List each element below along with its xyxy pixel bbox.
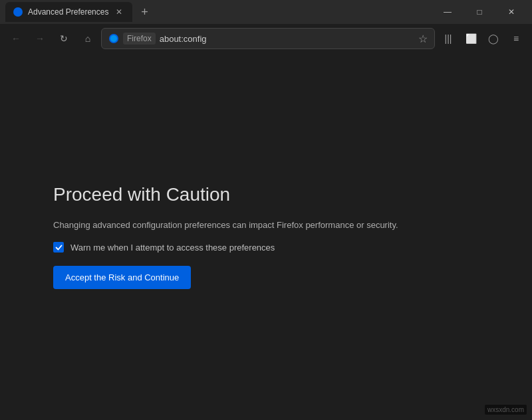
tab-title: Advanced Preferences — [28, 7, 108, 17]
watermark: wxsxdn.com — [485, 405, 527, 415]
tab-close-button[interactable]: ✕ — [114, 7, 124, 17]
warning-container: Proceed with Caution Changing advanced c… — [53, 184, 398, 290]
page-content: Proceed with Caution Changing advanced c… — [0, 53, 532, 420]
profile-button[interactable]: ◯ — [483, 28, 504, 49]
nav-bar: ← → ↻ ⌂ Firefox about:config ☆ ||| ⬜ ◯ ≡ — [0, 24, 532, 53]
warn-checkbox-row[interactable]: Warn me when I attempt to access these p… — [53, 242, 398, 253]
title-bar: Advanced Preferences ✕ + — □ ✕ — [0, 0, 532, 24]
tab-favicon — [13, 7, 23, 17]
pip-button[interactable]: ⬜ — [460, 28, 481, 49]
forward-button[interactable]: → — [29, 28, 51, 49]
toolbar-icons: ||| ⬜ ◯ ≡ — [438, 28, 527, 49]
home-button[interactable]: ⌂ — [77, 28, 98, 49]
maximize-button[interactable]: □ — [464, 2, 495, 22]
menu-button[interactable]: ≡ — [505, 28, 527, 49]
browser-logo-icon — [108, 33, 119, 44]
tab-strip: Advanced Preferences ✕ + — [5, 2, 430, 22]
close-button[interactable]: ✕ — [496, 2, 527, 22]
bookmark-star-icon[interactable]: ☆ — [418, 33, 428, 45]
address-bar[interactable]: Firefox about:config ☆ — [101, 28, 435, 49]
active-tab[interactable]: Advanced Preferences ✕ — [5, 2, 132, 22]
window-controls: — □ ✕ — [432, 2, 527, 22]
site-badge: Firefox — [123, 33, 156, 45]
back-button[interactable]: ← — [5, 28, 27, 49]
address-text: about:config — [160, 34, 414, 44]
minimize-button[interactable]: — — [432, 2, 463, 22]
warning-text: Changing advanced configuration preferen… — [53, 219, 398, 232]
reload-button[interactable]: ↻ — [53, 28, 74, 49]
warn-checkbox-label[interactable]: Warn me when I attempt to access these p… — [70, 243, 275, 253]
new-tab-button[interactable]: + — [135, 3, 154, 21]
page-heading: Proceed with Caution — [53, 184, 398, 205]
accept-risk-button[interactable]: Accept the Risk and Continue — [53, 266, 191, 289]
warn-checkbox[interactable] — [53, 242, 64, 253]
checkmark-icon — [55, 244, 63, 251]
reader-view-button[interactable]: ||| — [438, 28, 459, 49]
